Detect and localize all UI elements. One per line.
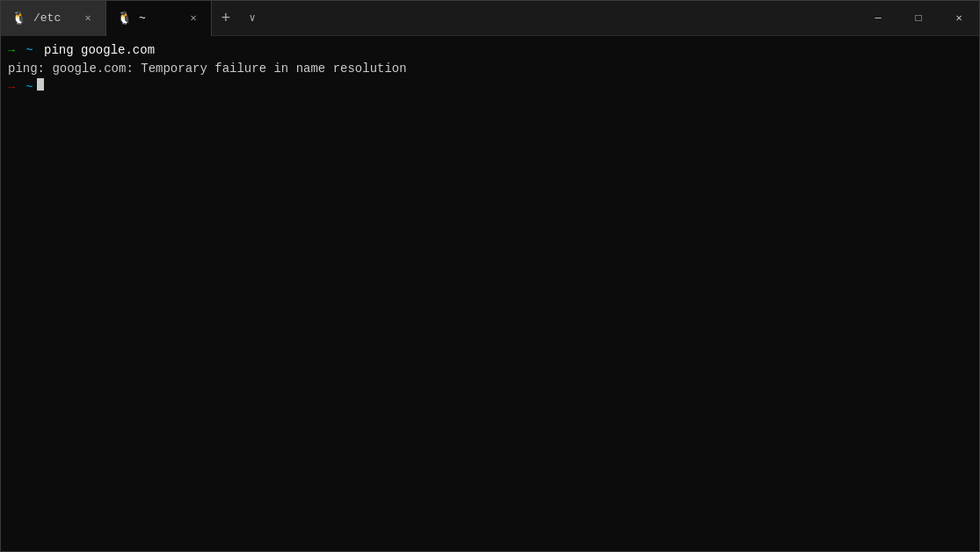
terminal-line-3: → ~ [8,78,972,97]
minimize-button[interactable]: — [858,1,898,36]
close-icon: ✕ [955,11,962,25]
prompt-arrow-2: → [8,79,15,97]
add-tab-icon: + [221,10,231,27]
maximize-icon: □ [915,12,921,25]
maximize-button[interactable]: □ [898,1,939,36]
window-controls: — □ ✕ [858,1,979,36]
terminal-content[interactable]: → ~ ping google.com ping: google.com: Te… [1,36,979,551]
prompt-tilde-2: ~ [18,78,33,97]
add-tab-button[interactable]: + [212,1,240,36]
tab-etc-close[interactable]: ✕ [81,11,95,25]
tab-dropdown-button[interactable]: ∨ [240,1,265,36]
terminal-window: 🐧 /etc ✕ 🐧 ~ ✕ + ∨ — □ ✕ [0,0,980,552]
tab-home[interactable]: 🐧 ~ ✕ [106,1,212,36]
terminal-line-1: → ~ ping google.com [8,41,972,60]
tab-etc[interactable]: 🐧 /etc ✕ [1,1,106,36]
close-button[interactable]: ✕ [939,1,979,36]
terminal-cursor [37,78,44,91]
chevron-down-icon: ∨ [249,11,255,25]
prompt-arrow-1: → [8,42,15,60]
linux-icon-tab2: 🐧 [117,11,132,25]
linux-icon-tab1: 🐧 [11,11,26,25]
prompt-tilde-1: ~ [18,41,33,60]
output-text-1: ping: google.com: Temporary failure in n… [8,60,407,78]
terminal-line-2: ping: google.com: Temporary failure in n… [8,60,972,78]
tab-home-label: ~ [139,11,179,25]
title-bar: 🐧 /etc ✕ 🐧 ~ ✕ + ∨ — □ ✕ [1,1,979,36]
minimize-icon: — [875,12,881,25]
tab-home-close[interactable]: ✕ [186,11,200,25]
command-text-1: ping google.com [37,41,155,60]
tab-etc-label: /etc [33,11,74,25]
